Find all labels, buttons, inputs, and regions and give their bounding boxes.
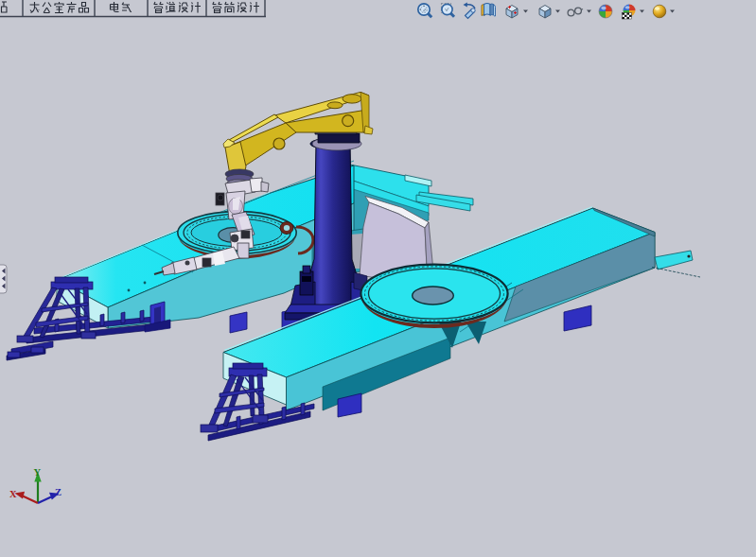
svg-text:Y: Y: [34, 467, 42, 478]
svg-text:Z: Z: [55, 487, 62, 497]
svg-text:X: X: [9, 489, 17, 499]
